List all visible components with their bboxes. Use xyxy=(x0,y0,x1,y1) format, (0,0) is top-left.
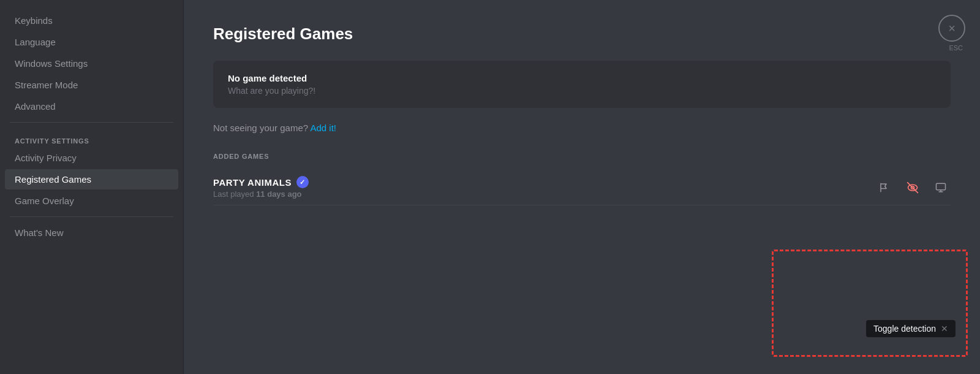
toggle-detection-button[interactable] xyxy=(903,178,922,197)
sidebar-item-language[interactable]: Language xyxy=(5,32,178,52)
activity-settings-label: ACTIVITY SETTINGS xyxy=(0,128,183,147)
svg-rect-3 xyxy=(937,183,946,190)
add-it-link[interactable]: Add it! xyxy=(310,123,336,133)
no-game-title: No game detected xyxy=(228,73,936,83)
flag-icon-button[interactable] xyxy=(875,178,894,197)
sidebar-item-advanced[interactable]: Advanced xyxy=(5,96,178,116)
game-info: PARTY ANIMALS ✓ Last played 11 days ago xyxy=(213,176,309,199)
dashed-selection-overlay xyxy=(772,250,968,357)
toggle-popup-close[interactable]: ✕ xyxy=(941,324,948,334)
sidebar-divider-2 xyxy=(10,216,173,217)
toggle-label-box: Toggle detection ✕ xyxy=(866,320,956,337)
sidebar-divider xyxy=(10,122,173,123)
game-row: PARTY ANIMALS ✓ Last played 11 days ago xyxy=(213,170,951,205)
toggle-detection-popup: Toggle detection ✕ xyxy=(866,320,956,337)
game-action-icons xyxy=(875,178,951,197)
sidebar-item-keybinds[interactable]: Keybinds xyxy=(5,10,178,31)
game-name: PARTY ANIMALS xyxy=(213,177,292,188)
toggle-detection-label: Toggle detection xyxy=(873,324,936,334)
verified-badge: ✓ xyxy=(296,176,309,188)
not-seeing-text: Not seeing your game? Add it! xyxy=(213,123,951,133)
main-content: × ESC Registered Games No game detected … xyxy=(184,0,980,374)
game-last-played: Last played 11 days ago xyxy=(213,189,309,199)
close-icon: × xyxy=(948,21,956,36)
sidebar-item-windows-settings[interactable]: Windows Settings xyxy=(5,53,178,74)
svg-line-2 xyxy=(908,182,918,193)
sidebar-item-whats-new[interactable]: What's New xyxy=(5,223,178,243)
esc-label: ESC xyxy=(949,44,963,52)
page-title: Registered Games xyxy=(213,25,951,44)
sidebar-item-game-overlay[interactable]: Game Overlay xyxy=(5,191,178,211)
no-game-card: No game detected What are you playing?! xyxy=(213,61,951,108)
no-game-subtitle: What are you playing?! xyxy=(228,86,936,96)
close-button[interactable]: × xyxy=(938,15,965,42)
sidebar: Keybinds Language Windows Settings Strea… xyxy=(0,0,184,374)
sidebar-item-registered-games[interactable]: Registered Games xyxy=(5,169,178,189)
last-played-value: 11 days ago xyxy=(256,189,301,199)
monitor-icon-button[interactable] xyxy=(931,178,951,197)
added-games-label: ADDED GAMES xyxy=(213,153,951,160)
sidebar-item-activity-privacy[interactable]: Activity Privacy xyxy=(5,148,178,168)
sidebar-item-streamer-mode[interactable]: Streamer Mode xyxy=(5,75,178,95)
game-name-row: PARTY ANIMALS ✓ xyxy=(213,176,309,188)
